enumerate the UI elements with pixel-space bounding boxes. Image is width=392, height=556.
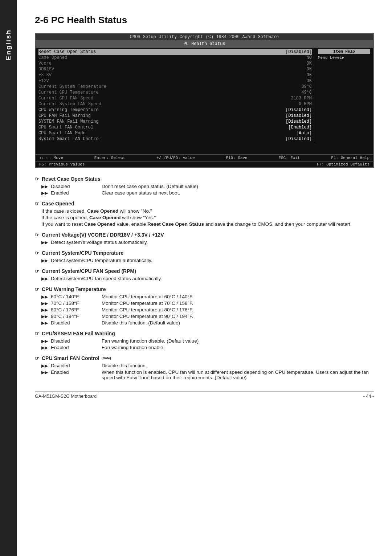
bullet-icon: ▶▶ xyxy=(41,190,51,196)
section-cpu-warning-temp: CPU Warning Temperature▶▶60°C / 140°FMon… xyxy=(35,286,374,326)
bios-footer-row1: ↑↓→←: Move Enter: Select +/-/PU/PD: Valu… xyxy=(36,154,373,161)
bios-nav-save: F10: Save xyxy=(226,156,247,160)
bios-help-column: Item Help Menu Level▶ xyxy=(315,48,373,143)
bios-row: DDR18VOK xyxy=(38,66,312,72)
bullet-icon: ▶▶ xyxy=(41,294,51,299)
bullet-icon: ▶▶ xyxy=(41,240,51,245)
bios-row: +3.3VOK xyxy=(38,72,312,78)
bios-row: Current CPU FAN Speed3183 RPM xyxy=(38,95,312,101)
section-item: ▶▶Detect system/CPU fan speed status aut… xyxy=(41,276,374,281)
section-current-voltage: Current Voltage(V) VCORE / DDR18V / +3.3… xyxy=(35,232,374,245)
bullet-icon: ▶▶ xyxy=(41,345,51,350)
bios-row: SYSTEM FAN Fail Warning[Disabled] xyxy=(38,119,312,124)
item-desc: Clear case open status at next boot. xyxy=(102,190,374,196)
item-key: 80°C / 176°F xyxy=(51,307,102,312)
section-item: ▶▶70°C / 158°FMonitor CPU temperature at… xyxy=(41,301,374,306)
bios-row: CPU Warning Temperature[Disabled] xyxy=(38,107,312,113)
section-reset-case: Reset Case Open Status▶▶DisabledDon't re… xyxy=(35,176,374,196)
section-paragraph: If the case is opened, Case Opened will … xyxy=(41,215,374,220)
bullet-icon: ▶▶ xyxy=(41,301,51,306)
bullet-icon: ▶▶ xyxy=(41,258,51,263)
bullet-icon: ▶▶ xyxy=(41,276,51,281)
item-desc: Disable this function. (Default value) xyxy=(102,320,374,326)
section-item: ▶▶Detect system's voltage status automat… xyxy=(41,240,374,245)
bios-row[interactable]: Reset Case Open Status[Disabled] xyxy=(38,49,312,55)
item-key: Enabled xyxy=(51,190,102,196)
bios-nav-exit: ESC: Exit xyxy=(278,156,300,160)
section-paragraph: If you want to reset Case Opened value, … xyxy=(41,221,374,227)
section-title-current-voltage: Current Voltage(V) VCORE / DDR18V / +3.3… xyxy=(35,232,374,238)
section-title-current-temp: Current System/CPU Temperature xyxy=(35,250,374,256)
main-content: 2-6 PC Health Status CMOS Setup Utility-… xyxy=(17,0,392,413)
item-desc: Detect system's voltage status automatic… xyxy=(51,240,374,245)
section-item: ▶▶90°C / 194°FMonitor CPU temperature at… xyxy=(41,314,374,319)
bios-row: Case OpenedNO xyxy=(38,55,312,61)
bios-row: Current System FAN Speed0 RPM xyxy=(38,101,312,107)
item-desc: Monitor CPU temperature at 90°C / 194°F. xyxy=(102,314,374,319)
section-item: ▶▶EnabledClear case open status at next … xyxy=(41,190,374,196)
sections: Reset Case Open Status▶▶DisabledDon't re… xyxy=(35,176,374,380)
section-title-cpu-warning-temp: CPU Warning Temperature xyxy=(35,286,374,292)
bullet-icon: ▶▶ xyxy=(41,363,51,368)
section-title-current-fan: Current System/CPU FAN Speed (RPM) xyxy=(35,268,374,274)
bullet-icon: ▶▶ xyxy=(41,369,51,380)
item-desc: Monitor CPU temperature at 60°C / 140°F. xyxy=(102,294,374,299)
item-desc: Detect system/CPU temperature automatica… xyxy=(51,258,374,263)
bios-nav-move: ↑↓→←: Move xyxy=(39,156,63,160)
item-desc: Disable this function. xyxy=(102,363,374,368)
section-item: ▶▶Detect system/CPU temperature automati… xyxy=(41,258,374,263)
item-key: Disabled xyxy=(51,363,102,368)
section-item: ▶▶EnabledFan warning function enable. xyxy=(41,345,374,350)
bios-help-title: Item Help xyxy=(318,49,370,54)
section-body-reset-case: ▶▶DisabledDon't reset case open status. … xyxy=(41,184,374,196)
bios-screen: CMOS Setup Utility-Copyright (C) 1984-20… xyxy=(35,33,374,168)
section-item: ▶▶EnabledWhen this function is enabled, … xyxy=(41,369,374,380)
bios-main-column: Reset Case Open Status[Disabled]Case Ope… xyxy=(36,48,315,143)
page-footer: GA-M51GM-S2G Motherboard - 44 - xyxy=(35,391,374,399)
bios-content: Reset Case Open Status[Disabled]Case Ope… xyxy=(36,48,373,143)
section-paragraph: If the case is closed, Case Opened will … xyxy=(41,208,374,214)
bios-row: +12VOK xyxy=(38,78,312,84)
item-key: 70°C / 158°F xyxy=(51,301,102,306)
item-desc: Fan warning function enable. xyxy=(102,345,374,350)
section-cpu-sysem-fan-fail: CPU/SYSEM FAN Fail Warning▶▶DisabledFan … xyxy=(35,331,374,350)
bios-footer-row2: F5: Previous Values F7: Optimized Defaul… xyxy=(36,161,373,167)
bios-nav-help: F1: General Help xyxy=(331,156,369,160)
bios-prev-values: F5: Previous Values xyxy=(39,162,85,167)
section-title-cpu-smart-fan: CPU Smart FAN Control(Note) xyxy=(35,355,374,361)
section-item: ▶▶DisabledFan warning function disable. … xyxy=(41,338,374,344)
section-item: ▶▶DisabledDisable this function. xyxy=(41,363,374,368)
section-title-cpu-sysem-fan-fail: CPU/SYSEM FAN Fail Warning xyxy=(35,331,374,336)
bios-opt-defaults: F7: Optimized Defaults xyxy=(317,162,369,167)
bios-help-item: Menu Level▶ xyxy=(318,55,370,60)
section-body-cpu-warning-temp: ▶▶60°C / 140°FMonitor CPU temperature at… xyxy=(41,294,374,326)
item-desc: When this function is enabled, CPU fan w… xyxy=(102,369,374,380)
page-title: 2-6 PC Health Status xyxy=(35,15,374,26)
bios-row: VcoreOK xyxy=(38,61,312,66)
section-title-case-opened: Case Opened xyxy=(35,201,374,207)
item-key: Disabled xyxy=(51,320,102,326)
item-desc: Monitor CPU temperature at 70°C / 158°F. xyxy=(102,301,374,306)
bullet-icon: ▶▶ xyxy=(41,314,51,319)
bios-row: CPU Smart FAN Control[Enabled] xyxy=(38,124,312,130)
bios-nav-value: +/-/PU/PD: Value xyxy=(156,156,195,160)
section-cpu-smart-fan: CPU Smart FAN Control(Note)▶▶DisabledDis… xyxy=(35,355,374,380)
item-desc: Fan warning function disable. (Default v… xyxy=(102,338,374,344)
bios-row: Current System Temperature39°C xyxy=(38,84,312,90)
bullet-icon: ▶▶ xyxy=(41,338,51,344)
section-item: ▶▶60°C / 140°FMonitor CPU temperature at… xyxy=(41,294,374,299)
section-item: ▶▶DisabledDon't reset case open status. … xyxy=(41,184,374,189)
section-body-case-opened: If the case is closed, Case Opened will … xyxy=(41,208,374,227)
section-body-cpu-smart-fan: ▶▶DisabledDisable this function.▶▶Enable… xyxy=(41,363,374,380)
bios-subheader: PC Health Status xyxy=(36,41,373,48)
footer-left: GA-M51GM-S2G Motherboard xyxy=(35,394,97,399)
bios-row: Current CPU Temperature49°C xyxy=(38,90,312,95)
section-item: ▶▶DisabledDisable this function. (Defaul… xyxy=(41,320,374,326)
bios-row: CPU Smart FAN Mode[Auto] xyxy=(38,130,312,136)
item-key: Enabled xyxy=(51,345,102,350)
section-body-current-temp: ▶▶Detect system/CPU temperature automati… xyxy=(41,258,374,263)
bullet-icon: ▶▶ xyxy=(41,307,51,312)
bios-row: System Smart FAN Control[Disabled] xyxy=(38,136,312,142)
section-title-reset-case: Reset Case Open Status xyxy=(35,176,374,182)
section-current-temp: Current System/CPU Temperature▶▶Detect s… xyxy=(35,250,374,263)
